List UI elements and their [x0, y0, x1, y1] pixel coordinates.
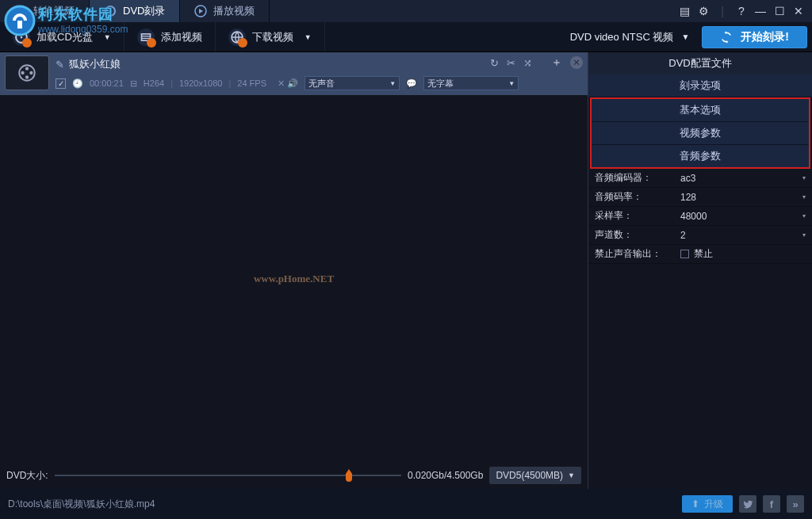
- clock-icon: 🕘: [72, 78, 83, 89]
- film-add-icon: [137, 29, 155, 46]
- audio-params-item[interactable]: 音频参数: [592, 145, 809, 167]
- svg-rect-5: [141, 33, 150, 40]
- convert-icon: [14, 5, 27, 17]
- burn-options-item[interactable]: 刻录选项: [588, 74, 812, 97]
- thumbnail[interactable]: [5, 55, 49, 90]
- file-meta: ✓ 🕘 00:00:21 ⊟ H264 | 1920x1080 | 24 FPS…: [56, 74, 583, 92]
- value-mute[interactable]: 禁止: [674, 247, 812, 261]
- highlighted-section: 基本选项 视频参数 音频参数: [590, 97, 810, 169]
- main: ✎ 狐妖小红娘 ✓ 🕘 00:00:21 ⊟ H264 | 1920x1080 …: [0, 52, 812, 489]
- chevron-down-icon: ▼: [389, 80, 396, 87]
- svg-point-10: [25, 75, 29, 78]
- tab-label: DVD刻录: [123, 4, 165, 18]
- profile-dropdown[interactable]: DVD video NTSC 视频 ▼: [561, 30, 699, 44]
- size-value: 0.020Gb/4.500Gb: [408, 470, 483, 481]
- basic-option-item[interactable]: 基本选项: [592, 99, 809, 122]
- disc-dropdown[interactable]: DVD5(4500MB) ▼: [489, 467, 581, 484]
- maximize-icon[interactable]: ☐: [772, 5, 787, 17]
- tab-play[interactable]: 播放视频: [180, 0, 270, 22]
- mute-icon: ✕ 🔊: [278, 78, 298, 89]
- codec: H264: [144, 78, 164, 88]
- help-icon[interactable]: ?: [734, 5, 749, 17]
- twitter-icon[interactable]: [739, 495, 756, 513]
- disc-value: DVD5(4500MB): [496, 470, 563, 481]
- remove-icon[interactable]: ✕: [570, 56, 583, 69]
- file-path: D:\tools\桌面\视频\狐妖小红娘.mp4: [8, 498, 155, 511]
- row-mute: 禁止声音输出： 禁止: [588, 245, 812, 264]
- tab-label: 播放视频: [213, 4, 255, 18]
- chevron-down-icon: ▼: [681, 32, 689, 41]
- row-audio-bitrate: 音频码率： 128▾: [588, 188, 812, 207]
- checkbox[interactable]: [680, 250, 689, 258]
- upgrade-label: 升级: [704, 498, 723, 511]
- svg-point-8: [25, 67, 29, 70]
- statusbar: D:\tools\桌面\视频\狐妖小红娘.mp4 ⬆ 升级 f »: [0, 489, 812, 519]
- chevron-down-icon: ▼: [104, 33, 111, 41]
- refresh-icon[interactable]: ↻: [490, 57, 499, 69]
- window-controls: ▤ ⚙ | ? — ☐ ✕: [677, 5, 812, 17]
- checkbox[interactable]: ✓: [56, 78, 66, 89]
- download-video-label: 下载视频: [252, 30, 293, 44]
- titlebar: 转换视频 DVD刻录 播放视频 ▤ ⚙ | ? — ☐ ✕: [0, 0, 812, 22]
- minimize-icon[interactable]: —: [753, 5, 768, 17]
- value-channels[interactable]: 2▾: [674, 230, 812, 241]
- load-cd-label: 加载CD光盘: [36, 30, 93, 44]
- refresh-icon: [720, 31, 733, 44]
- value-audio-bitrate[interactable]: 128▾: [674, 192, 812, 203]
- globe-add-icon: [228, 29, 246, 46]
- value-audio-encoder[interactable]: ac3▾: [674, 173, 812, 184]
- video-params-item[interactable]: 视频参数: [592, 122, 809, 145]
- label-channels: 声道数：: [588, 228, 674, 242]
- toolbar: 加载CD光盘 ▼ 添加视频 下载视频 ▼ DVD video NTSC 视频 ▼…: [0, 22, 812, 52]
- profile-label: DVD video NTSC 视频: [570, 30, 674, 44]
- gear-icon[interactable]: ⚙: [696, 5, 710, 17]
- duration: 00:00:21: [90, 78, 124, 88]
- facebook-icon[interactable]: f: [763, 495, 780, 513]
- start-burn-button[interactable]: 开始刻录!: [702, 26, 807, 48]
- size-slider[interactable]: [55, 472, 401, 479]
- row-audio-encoder: 音频编码器： ac3▾: [588, 169, 812, 188]
- film-icon: ⊟: [130, 78, 137, 89]
- close-icon[interactable]: ✕: [791, 5, 806, 17]
- more-icon[interactable]: »: [787, 495, 804, 513]
- file-header: ✎ 狐妖小红娘 ✓ 🕘 00:00:21 ⊟ H264 | 1920x1080 …: [0, 52, 588, 95]
- tab-label: 转换视频: [33, 4, 75, 18]
- label-audio-encoder: 音频编码器：: [588, 171, 674, 185]
- value-sample-rate[interactable]: 48000▾: [674, 211, 812, 222]
- svg-point-1: [109, 10, 112, 13]
- download-video-button[interactable]: 下载视频 ▼: [216, 22, 325, 52]
- chevron-down-icon: ▾: [802, 212, 806, 219]
- cut-icon[interactable]: ✂: [507, 57, 515, 69]
- profile-header: DVD配置文件: [588, 52, 812, 74]
- load-cd-button[interactable]: 加载CD光盘 ▼: [0, 22, 124, 52]
- chevron-down-icon: ▼: [304, 33, 312, 41]
- play-icon: [194, 5, 207, 17]
- audio-form: 音频编码器： ac3▾ 音频码率： 128▾ 采样率： 48000▾ 声道数： …: [588, 169, 812, 264]
- watermark-text: www.pHome.NET: [254, 273, 334, 285]
- disc-icon: [104, 5, 117, 17]
- file-title: 狐妖小红娘: [69, 57, 121, 71]
- menu-icon[interactable]: ▤: [677, 5, 691, 17]
- add-video-button[interactable]: 添加视频: [124, 22, 216, 52]
- sep: |: [715, 5, 730, 17]
- preview-canvas: www.pHome.NET: [0, 95, 588, 462]
- shuffle-icon[interactable]: ⤮: [523, 57, 532, 69]
- chevron-down-icon: ▾: [802, 174, 806, 181]
- tab-dvd[interactable]: DVD刻录: [90, 0, 180, 22]
- pencil-icon[interactable]: ✎: [56, 59, 64, 71]
- tabs: 转换视频 DVD刻录 播放视频: [0, 0, 270, 22]
- subtitle-select[interactable]: 无字幕 ▼: [423, 76, 519, 90]
- tab-convert[interactable]: 转换视频: [0, 0, 90, 22]
- fps: 24 FPS: [237, 78, 266, 88]
- audio-select[interactable]: 无声音 ▼: [304, 76, 400, 90]
- row-channels: 声道数： 2▾: [588, 226, 812, 245]
- label-sample-rate: 采样率：: [588, 209, 674, 223]
- upgrade-button[interactable]: ⬆ 升级: [682, 495, 733, 513]
- disc-add-icon: [13, 29, 30, 46]
- svg-point-11: [21, 71, 24, 74]
- svg-point-9: [29, 71, 33, 74]
- add-icon[interactable]: ＋: [551, 55, 562, 70]
- slider-thumb-icon[interactable]: [343, 469, 355, 482]
- chevron-down-icon: ▼: [568, 471, 575, 479]
- row-sample-rate: 采样率： 48000▾: [588, 207, 812, 226]
